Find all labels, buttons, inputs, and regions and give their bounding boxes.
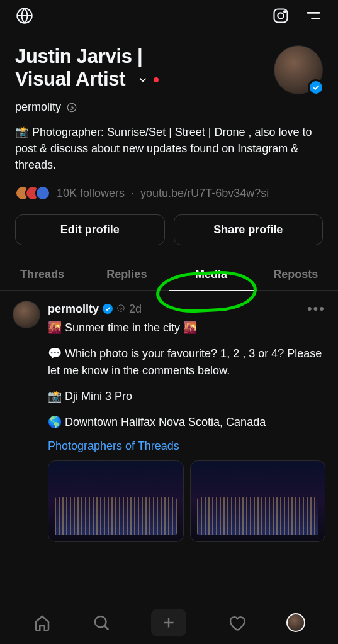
post-content: 🌇 Sunmer time in the city 🌇 💬 Which phot… bbox=[48, 319, 325, 431]
svg-point-3 bbox=[284, 11, 286, 13]
activity-icon[interactable] bbox=[227, 613, 246, 632]
profile-tabs: Threads Replies Media Reposts bbox=[0, 259, 338, 291]
profile-avatar[interactable] bbox=[274, 45, 323, 94]
threads-badge-icon bbox=[116, 304, 125, 314]
post-author-avatar[interactable] bbox=[13, 301, 40, 328]
compose-button[interactable] bbox=[151, 609, 186, 636]
tab-replies[interactable]: Replies bbox=[84, 259, 169, 290]
post-media-2[interactable] bbox=[190, 460, 326, 542]
notification-dot bbox=[154, 77, 159, 82]
search-icon[interactable] bbox=[92, 613, 111, 632]
svg-point-2 bbox=[278, 13, 283, 18]
bottom-nav bbox=[0, 601, 338, 644]
tab-reposts[interactable]: Reposts bbox=[254, 259, 338, 290]
svg-point-4 bbox=[67, 103, 76, 112]
svg-point-5 bbox=[118, 305, 125, 312]
tab-media[interactable]: Media bbox=[169, 259, 254, 290]
post-topic-link[interactable]: Photographers of Threads bbox=[48, 440, 325, 453]
svg-point-6 bbox=[95, 616, 106, 628]
edit-profile-button[interactable]: Edit profile bbox=[15, 214, 165, 245]
post-timestamp: 2d bbox=[129, 303, 142, 316]
verified-badge-icon bbox=[103, 304, 113, 314]
post-username[interactable]: permolity bbox=[48, 303, 99, 316]
home-icon[interactable] bbox=[33, 613, 52, 632]
profile-link[interactable]: youtu.be/rU7T-6bv34w?si bbox=[140, 187, 269, 200]
followers-count[interactable]: 10K followers bbox=[57, 187, 125, 200]
chevron-down-icon[interactable] bbox=[137, 74, 149, 86]
post-more-icon[interactable]: ••• bbox=[307, 301, 325, 317]
verified-badge-icon bbox=[308, 79, 324, 96]
follower-avatars[interactable] bbox=[15, 186, 50, 201]
username: permolity bbox=[15, 101, 61, 114]
post-media-1[interactable] bbox=[48, 460, 184, 542]
tab-threads[interactable]: Threads bbox=[0, 259, 84, 290]
display-name: Justin Jarvis | Visual Artist bbox=[15, 45, 159, 90]
globe-icon[interactable] bbox=[15, 6, 34, 25]
profile-nav-avatar[interactable] bbox=[286, 613, 305, 632]
share-profile-button[interactable]: Share profile bbox=[174, 214, 324, 245]
instagram-icon[interactable] bbox=[271, 6, 290, 25]
bio-text: 📸 Photographer: Sunrise/Set | Street | D… bbox=[0, 114, 338, 173]
menu-icon[interactable] bbox=[304, 6, 323, 25]
threads-badge-icon bbox=[66, 102, 77, 113]
